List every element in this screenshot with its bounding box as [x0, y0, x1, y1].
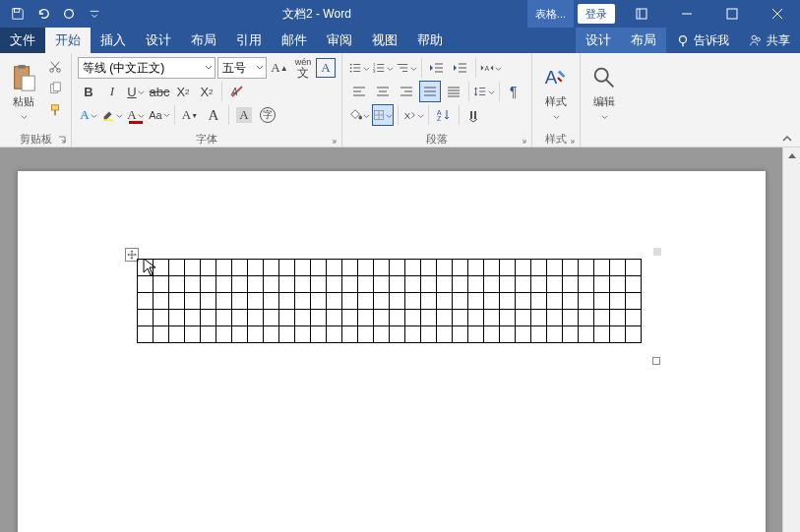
table-cell[interactable] — [436, 310, 452, 326]
table-cell[interactable] — [373, 310, 389, 326]
table-cell[interactable] — [389, 260, 404, 276]
share-button[interactable]: 共享 — [739, 28, 800, 53]
undo-button[interactable] — [31, 2, 55, 26]
table-cell[interactable] — [294, 276, 310, 293]
text-effects-button[interactable]: A — [78, 104, 99, 126]
table-cell[interactable] — [562, 310, 578, 326]
font-size-combo[interactable]: 五号 — [217, 57, 267, 79]
table-cell[interactable] — [420, 326, 436, 343]
tab-design[interactable]: 设计 — [136, 28, 181, 53]
table-cell[interactable] — [278, 310, 294, 326]
table-cell[interactable] — [562, 276, 578, 293]
document-page[interactable] — [18, 171, 766, 532]
table-cell[interactable] — [515, 293, 530, 310]
tell-me-button[interactable]: 告诉我 — [666, 28, 739, 53]
table-cell[interactable] — [231, 326, 247, 343]
table-cell[interactable] — [483, 310, 499, 326]
table-cell[interactable] — [137, 310, 153, 326]
table-cell[interactable] — [357, 310, 373, 326]
clipboard-dialog-launcher[interactable] — [57, 135, 67, 145]
styles-button[interactable]: A 样式 — [536, 55, 576, 131]
table-cell[interactable] — [530, 276, 546, 293]
table-cell[interactable] — [420, 293, 436, 310]
tab-mailings[interactable]: 邮件 — [272, 28, 317, 53]
table-cell[interactable] — [625, 276, 641, 293]
justify-button[interactable] — [419, 81, 441, 102]
table-cell[interactable] — [137, 326, 153, 343]
table-cell[interactable] — [452, 276, 467, 293]
table-cell[interactable] — [420, 310, 436, 326]
customize-qat-button[interactable] — [83, 2, 106, 26]
table-cell[interactable] — [247, 310, 263, 326]
table-cell[interactable] — [578, 310, 593, 326]
table-cell[interactable] — [609, 276, 625, 293]
tab-layout[interactable]: 布局 — [181, 28, 226, 53]
table-cell[interactable] — [184, 310, 200, 326]
table-cell[interactable] — [247, 326, 263, 343]
table-cell[interactable] — [404, 326, 420, 343]
character-border-button[interactable]: A — [316, 58, 336, 78]
table-cell[interactable] — [200, 326, 215, 343]
table-cell[interactable] — [515, 326, 530, 343]
borders-button[interactable] — [372, 104, 394, 126]
tab-home[interactable]: 开始 — [45, 28, 91, 53]
table-cell[interactable] — [436, 326, 452, 343]
table-cell[interactable] — [389, 276, 404, 293]
table-cell[interactable] — [326, 293, 341, 310]
table-cell[interactable] — [404, 260, 420, 276]
table-cell[interactable] — [263, 293, 278, 310]
table-cell[interactable] — [499, 260, 515, 276]
table-cell[interactable] — [263, 326, 278, 343]
sort-button[interactable]: AZ — [433, 104, 455, 126]
table-cell[interactable] — [168, 276, 184, 293]
paragraph-dialog-launcher[interactable] — [518, 135, 527, 145]
table-cell[interactable] — [263, 260, 278, 276]
table-cell[interactable] — [578, 276, 593, 293]
tab-help[interactable]: 帮助 — [407, 28, 453, 53]
table-cell[interactable] — [357, 326, 373, 343]
table-cell[interactable] — [452, 310, 467, 326]
table-cell[interactable] — [200, 260, 215, 276]
scroll-up-button[interactable] — [783, 148, 800, 165]
table-cell[interactable] — [452, 293, 467, 310]
table-cell[interactable] — [168, 326, 184, 343]
table-cell[interactable] — [310, 276, 326, 293]
table-cell[interactable] — [341, 293, 357, 310]
shading-button[interactable] — [348, 104, 370, 126]
close-button[interactable] — [755, 0, 800, 28]
table-cell[interactable] — [593, 293, 609, 310]
table-cell[interactable] — [231, 260, 247, 276]
table-cell[interactable] — [373, 293, 389, 310]
table-cell[interactable] — [153, 326, 168, 343]
table-cell[interactable] — [609, 260, 625, 276]
bold-button[interactable]: B — [78, 81, 99, 102]
table-cell[interactable] — [530, 326, 546, 343]
grow-font-button[interactable]: A▲ — [269, 57, 290, 79]
table-cell[interactable] — [357, 293, 373, 310]
table-cell[interactable] — [231, 293, 247, 310]
highlight-button[interactable] — [101, 104, 123, 126]
table-cell[interactable] — [530, 260, 546, 276]
table-cell[interactable] — [452, 260, 467, 276]
align-center-button[interactable] — [372, 81, 394, 102]
table-cell[interactable] — [515, 310, 530, 326]
table-cell[interactable] — [263, 276, 278, 293]
font-color-button[interactable]: A — [125, 104, 147, 126]
align-left-button[interactable] — [348, 81, 370, 102]
table-cell[interactable] — [483, 293, 499, 310]
table-cell[interactable] — [247, 260, 263, 276]
document-area[interactable] — [0, 148, 782, 532]
table-cell[interactable] — [467, 293, 483, 310]
table-cell[interactable] — [294, 326, 310, 343]
asian-layout2-button[interactable]: X — [402, 104, 424, 126]
table-cell[interactable] — [153, 276, 168, 293]
table-cell[interactable] — [247, 293, 263, 310]
bullets-button[interactable] — [348, 57, 370, 79]
table-cell[interactable] — [420, 276, 436, 293]
table-cell[interactable] — [483, 260, 499, 276]
maximize-button[interactable] — [709, 0, 755, 28]
table-cell[interactable] — [546, 276, 562, 293]
table-cell[interactable] — [137, 260, 153, 276]
table-cell[interactable] — [420, 260, 436, 276]
table-cell[interactable] — [215, 276, 231, 293]
